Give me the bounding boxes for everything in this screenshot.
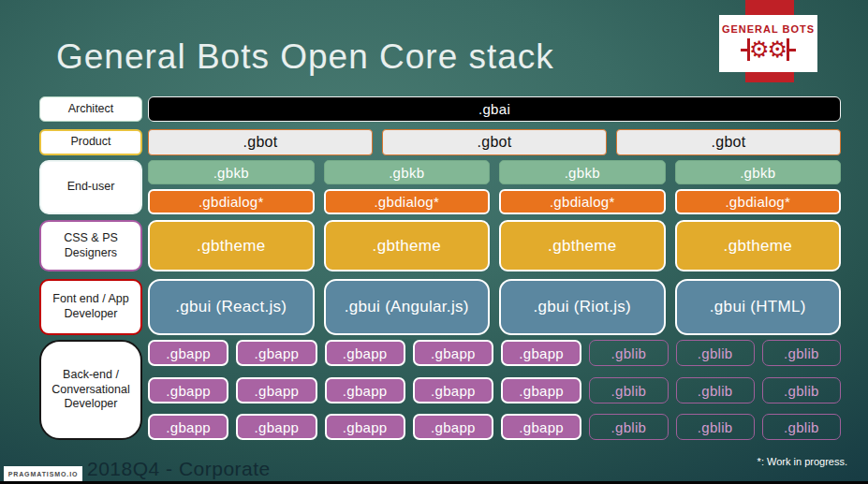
page-title: General Bots Open Core stack [56,37,554,77]
stack-box-gbapp: .gbapp [413,377,493,403]
row-gbai: .gbai [148,96,841,122]
stack-box-gbui-angular: .gbui (Angular.js) [324,279,491,335]
stack-box-gbtheme: .gbtheme [148,220,315,271]
stack-box-gblib: .gblib [589,340,668,366]
stack-box-gbkb: .gbkb [675,160,842,184]
stack-box-gbapp: .gbapp [236,377,316,403]
stack-box-gbdialog: .gbdialog* [148,189,315,214]
stack-box-gbot: .gbot [616,129,841,155]
stack-box-gbdialog: .gbdialog* [324,189,491,214]
stack-box-gbdialog: .gbdialog* [499,189,666,214]
stack-box-gbai: .gbai [148,96,841,122]
stack-box-gbapp: .gbapp [501,414,581,440]
slide-canvas: General Bots Open Core stack GENERAL BOT… [0,0,868,484]
stack-box-gbkb: .gbkb [324,160,491,184]
stack-box-gblib: .gblib [676,340,755,366]
stack-box-gbdialog: .gbdialog* [675,189,842,214]
role-label-end-user: End-user [39,160,142,214]
row-gbui: .gbui (React.js) .gbui (Angular.js) .gbu… [148,279,841,335]
stack-box-gbkb: .gbkb [148,160,315,184]
logo-wordmark: GENERAL BOTS [722,23,815,35]
row-backend-2: .gbapp .gbapp .gbapp .gbapp .gbapp .gbli… [148,377,841,403]
stack-box-gbui-html: .gbui (HTML) [675,279,842,335]
gear-axle-right [789,49,796,51]
stack-box-gbapp: .gbapp [501,377,581,403]
role-label-backend-developer: Back-end / Conversational Developer [39,340,142,440]
row-gbdialog: .gbdialog* .gbdialog* .gbdialog* .gbdial… [148,189,841,214]
stack-box-gbapp: .gbapp [236,340,316,366]
stack-box-gblib: .gblib [762,340,841,366]
stack-box-gbot: .gbot [148,129,373,155]
stack-box-gblib: .gblib [589,414,668,440]
stack-box-gbtheme: .gbtheme [499,220,666,271]
stack-box-gbapp: .gbapp [325,377,405,403]
gears-icon: ⚙⚙ [741,36,796,64]
row-gbot: .gbot .gbot .gbot [148,129,841,155]
stack-box-gbtheme: .gbtheme [324,220,491,271]
stack-box-gbkb: .gbkb [499,160,666,184]
stack-box-gbapp: .gbapp [501,340,581,366]
role-label-frontend-developer: Font end / App Developer [39,279,142,335]
stack-box-gblib: .gblib [676,414,755,440]
stack-box-gbapp: .gbapp [148,340,228,366]
stack-box-gbapp: .gbapp [236,414,316,440]
stack-box-gblib: .gblib [762,414,841,440]
stack-box-gbapp: .gbapp [325,340,405,366]
stack-box-gbui-react: .gbui (React.js) [148,279,315,335]
stack-box-gbapp: .gbapp [148,414,228,440]
gear-icon: ⚙ [749,38,770,61]
stack-box-gbapp: .gbapp [325,414,405,440]
work-in-progress-note: *: Work in progress. [758,456,847,467]
stack-box-gbui-riot: .gbui (Riot.js) [499,279,666,335]
stack-box-gbapp: .gbapp [413,414,493,440]
stack-box-gbapp: .gbapp [148,377,228,403]
stack-box-gbot: .gbot [382,129,607,155]
role-label-css-ps-designers: CSS & PS Designers [39,220,142,271]
row-gbkb: .gbkb .gbkb .gbkb .gbkb [148,160,841,184]
role-label-product: Product [39,129,142,155]
stack-box-gbtheme: .gbtheme [675,220,842,271]
row-gbtheme: .gbtheme .gbtheme .gbtheme .gbtheme [148,220,841,271]
stack-box-gblib: .gblib [589,377,668,403]
slide-footer: 2018Q4 - Corporate [87,458,271,480]
gear-axle-left [741,49,747,51]
row-backend-3: .gbapp .gbapp .gbapp .gbapp .gbapp .gbli… [148,414,841,440]
stack-box-gblib: .gblib [762,377,841,403]
gear-icon: ⚙ [768,38,788,61]
stack-box-gbapp: .gbapp [413,340,493,366]
stack-box-gblib: .gblib [676,377,755,403]
row-backend-1: .gbapp .gbapp .gbapp .gbapp .gbapp .gbli… [148,340,841,366]
general-bots-logo: GENERAL BOTS ⚙⚙ [719,15,817,72]
role-label-architect: Architect [39,96,142,122]
pragmatismo-brand-badge: PRAGMATISMO.IO [4,466,82,482]
